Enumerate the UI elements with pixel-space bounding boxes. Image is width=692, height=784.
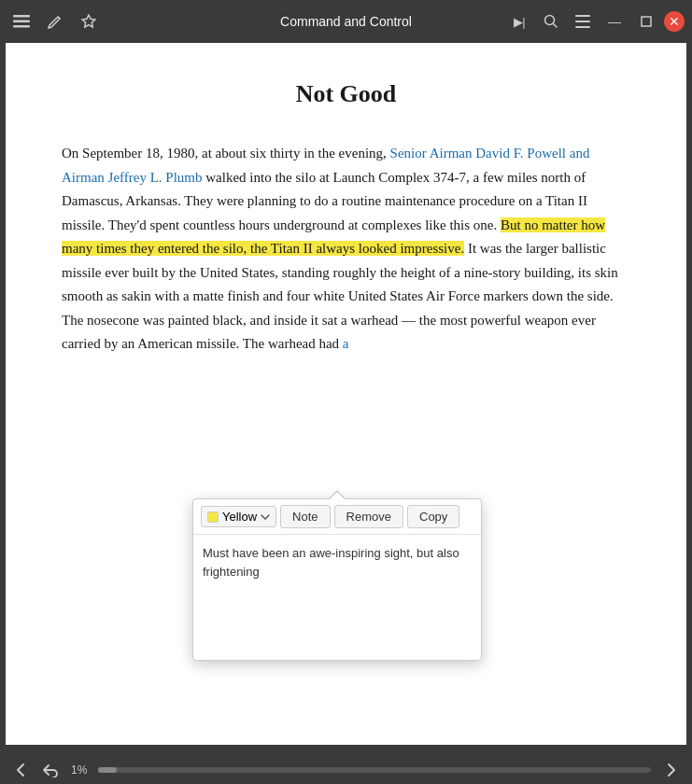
color-selector[interactable]: Yellow xyxy=(201,506,276,527)
next-page-button[interactable] xyxy=(658,757,685,783)
settings-icon[interactable] xyxy=(569,7,597,35)
titlebar: Command and Control ▶| — ✕ xyxy=(0,0,692,43)
svg-rect-5 xyxy=(575,21,590,22)
body-text-part4: United States xyxy=(200,265,275,280)
svg-rect-7 xyxy=(642,17,651,26)
maximize-button[interactable] xyxy=(632,7,660,35)
page-percent: 1% xyxy=(71,763,87,777)
menu-icon[interactable] xyxy=(7,7,35,35)
popup-toolbar: Yellow Note Remove Copy xyxy=(193,499,481,535)
note-button[interactable]: Note xyxy=(280,505,330,528)
svg-rect-4 xyxy=(575,15,590,17)
body-text-part6: kin with a matte finish a xyxy=(134,288,269,303)
scroll-thumb[interactable] xyxy=(98,767,117,773)
note-textarea[interactable] xyxy=(193,535,481,656)
close-button[interactable]: ✕ xyxy=(664,11,685,32)
popup-arrow xyxy=(328,490,346,499)
scroll-track[interactable] xyxy=(98,767,651,773)
body-text-part1: On September 18, 1980, at about six thir… xyxy=(62,146,390,161)
audio-icon[interactable]: ▶| xyxy=(505,7,533,35)
body-text-part5: roughly the height of a ni xyxy=(332,265,474,280)
annotation-popup: Yellow Note Remove Copy xyxy=(192,498,482,661)
back-button[interactable] xyxy=(37,757,64,783)
window-title: Command and Control xyxy=(280,14,412,29)
chevron-down-icon xyxy=(261,514,270,520)
body-text: On September 18, 1980, at about six thir… xyxy=(62,142,630,357)
edit-icon[interactable] xyxy=(41,7,69,35)
page-title: Not Good xyxy=(62,80,630,108)
svg-rect-0 xyxy=(13,15,30,18)
bottom-bar: 1% xyxy=(0,750,692,784)
star-icon[interactable] xyxy=(75,7,103,35)
copy-button[interactable]: Copy xyxy=(407,505,459,528)
svg-rect-2 xyxy=(13,25,30,28)
body-text-part3: It was the lar xyxy=(464,241,540,256)
prev-page-button[interactable] xyxy=(7,757,34,783)
color-dot-yellow xyxy=(207,511,219,523)
svg-rect-1 xyxy=(13,21,30,23)
minimize-button[interactable]: — xyxy=(600,7,628,35)
svg-rect-6 xyxy=(575,26,590,28)
color-label: Yellow xyxy=(222,510,257,524)
body-text-part8: black, and inside it sat a xyxy=(213,313,347,328)
remove-button[interactable]: Remove xyxy=(334,505,403,528)
end-link[interactable]: a xyxy=(343,336,349,351)
search-icon[interactable] xyxy=(537,7,565,35)
content-area: Not Good On September 18, 1980, at about… xyxy=(6,43,686,745)
